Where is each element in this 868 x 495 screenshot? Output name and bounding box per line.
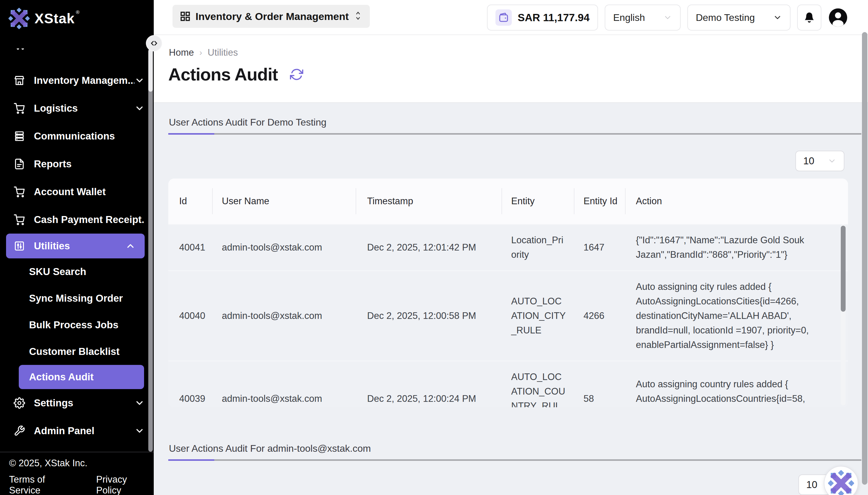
sliders-icon xyxy=(13,240,25,252)
page-header-band: Home › Utilities Actions Audit xyxy=(154,35,868,103)
sidebar-footer: © 2025, XStak Inc. Terms of Service Priv… xyxy=(0,452,154,495)
cell-id: 40039 xyxy=(168,392,212,406)
tab-demo-testing[interactable]: User Actions Audit For Demo Testing xyxy=(169,117,326,128)
chevron-down-icon xyxy=(828,156,836,166)
table-row[interactable]: 40040admin-tools@xstak.comDec 2, 2025, 1… xyxy=(168,271,848,361)
breadcrumb-separator: › xyxy=(200,48,202,57)
tab-indicator xyxy=(168,133,861,135)
gear-icon xyxy=(13,397,25,409)
cart-icon xyxy=(13,102,25,114)
table-row[interactable]: 40041admin-tools@xstak.comDec 2, 2025, 1… xyxy=(168,224,848,271)
sidebar-item-communications[interactable]: Communications xyxy=(0,122,154,150)
app-switcher[interactable]: Inventory & Order Management xyxy=(172,5,370,28)
wallet-balance-button[interactable]: SAR 11,177.94 xyxy=(487,4,598,31)
cell-entity: AUTO_LOCATION_COUNTRY_RULE xyxy=(501,370,574,407)
cell-action: {"Id":"1647","Name":"Lazurde Gold Souk J… xyxy=(625,233,848,262)
sidebar-item-account-wallet[interactable]: Account Wallet xyxy=(0,178,154,206)
language-select[interactable]: English xyxy=(605,4,681,31)
tab-admin-tools[interactable]: User Actions Audit For admin-tools@xstak… xyxy=(169,443,371,454)
sidebar-item-customer-blacklist[interactable]: Customer Blacklist xyxy=(0,338,154,365)
cell-timestamp: Dec 2, 2025, 12:01:42 PM xyxy=(356,240,501,255)
cart-icon xyxy=(13,48,25,50)
table-header-row: IdUser NameTimestampEntityEntity IdActio… xyxy=(168,178,848,224)
table-scrollbar-thumb[interactable] xyxy=(841,226,846,312)
sidebar-item-orders[interactable]: Orders xyxy=(0,48,154,58)
cell-user-name: admin-tools@xstak.com xyxy=(212,240,356,255)
sidebar-item-utilities[interactable]: Utilities xyxy=(6,234,145,258)
cell-entity-id: 4266 xyxy=(574,309,625,323)
chevron-down-icon xyxy=(134,103,145,114)
sidebar-item-label: Customer Blacklist xyxy=(29,346,120,357)
sidebar-scrollbar-thumb[interactable] xyxy=(148,49,153,92)
breadcrumb: Home › Utilities xyxy=(169,47,238,58)
language-select-value: English xyxy=(613,12,645,23)
sidebar-item-label: Reports xyxy=(34,158,145,170)
sidebar-item-label: Actions Audit xyxy=(29,371,93,383)
refresh-icon xyxy=(290,68,303,81)
app-screen: XStak ® OrdersInventory Managem...Logist… xyxy=(0,0,868,495)
chevron-up-icon xyxy=(125,241,136,251)
notifications-button[interactable] xyxy=(797,4,821,31)
account-select[interactable]: Demo Testing xyxy=(687,4,790,31)
cart-icon xyxy=(13,186,25,198)
sidebar-scrollbar-track[interactable] xyxy=(148,48,153,452)
sidebar-item-label: Sync Missing Order xyxy=(29,293,123,304)
sidebar-item-settings[interactable]: Settings xyxy=(0,389,154,417)
sidebar-item-label: Settings xyxy=(34,397,134,409)
app-switcher-label: Inventory & Order Management xyxy=(195,11,348,22)
copyright-text: © 2025, XStak Inc. xyxy=(9,458,145,469)
table-row[interactable]: 40039admin-tools@xstak.comDec 2, 2025, 1… xyxy=(168,361,848,407)
user-avatar[interactable] xyxy=(828,7,848,28)
column-header-entity-id: Entity Id xyxy=(574,178,625,224)
tab-indicator xyxy=(168,459,861,461)
collapse-icon xyxy=(150,39,158,48)
wallet-amount: SAR 11,177.94 xyxy=(518,12,590,23)
sidebar-item-label: Inventory Managem... xyxy=(34,75,134,86)
terms-of-service-link[interactable]: Terms of Service xyxy=(9,474,67,495)
page-size-select-1[interactable]: 10 xyxy=(795,151,845,171)
bell-icon xyxy=(803,12,815,23)
privacy-policy-link[interactable]: Privacy Policy xyxy=(96,474,145,495)
grid-icon xyxy=(180,11,191,22)
cell-entity: AUTO_LOCATION_CITY_RULE xyxy=(501,294,574,338)
sidebar-item-bulk-process-jobs[interactable]: Bulk Process Jobs xyxy=(0,312,154,338)
cell-timestamp: Dec 2, 2025, 12:00:58 PM xyxy=(356,309,501,323)
sidebar-item-reports[interactable]: Reports xyxy=(0,150,154,178)
column-header-entity: Entity xyxy=(501,178,574,224)
sidebar-item-logistics[interactable]: Logistics xyxy=(0,95,154,122)
chevron-down-icon xyxy=(134,426,145,436)
cell-entity-id: 58 xyxy=(574,392,625,406)
xstak-logo-icon xyxy=(828,470,854,495)
sidebar-item-inventory-managem[interactable]: Inventory Managem... xyxy=(0,67,154,95)
sidebar-item-actions-audit[interactable]: Actions Audit xyxy=(19,365,144,389)
sidebar-collapse-button[interactable] xyxy=(147,36,161,51)
sidebar-item-label: Cash Payment Receipt... xyxy=(34,214,145,225)
wallet-icon xyxy=(495,10,512,26)
page-scrollbar-thumb[interactable] xyxy=(862,32,867,485)
column-header-user-name: User Name xyxy=(212,178,356,224)
cell-user-name: admin-tools@xstak.com xyxy=(212,392,356,406)
xstak-widget-badge[interactable] xyxy=(824,466,858,495)
updown-chevron-icon xyxy=(354,10,362,23)
refresh-button[interactable] xyxy=(290,68,303,81)
sidebar-item-sync-missing-order[interactable]: Sync Missing Order xyxy=(0,285,154,312)
page-size-value: 10 xyxy=(803,155,828,167)
xstak-logo-icon xyxy=(8,8,30,29)
cell-user-name: admin-tools@xstak.com xyxy=(212,309,356,323)
page-title: Actions Audit xyxy=(168,64,278,84)
sidebar-item-cash-payment-receipt[interactable]: Cash Payment Receipt... xyxy=(0,206,154,234)
brand: XStak ® xyxy=(8,8,80,29)
sidebar-item-sku-search[interactable]: SKU Search xyxy=(0,258,154,285)
sidebar-item-label: Logistics xyxy=(34,103,134,114)
sidebar-item-label: Utilities xyxy=(34,240,125,252)
wrench-icon xyxy=(13,425,25,437)
account-select-value: Demo Testing xyxy=(696,12,755,23)
sidebar-item-admin-panel[interactable]: Admin Panel xyxy=(0,417,154,445)
sidebar: XStak ® OrdersInventory Managem...Logist… xyxy=(0,0,154,495)
sidebar-item-label: Communications xyxy=(34,131,145,142)
chevron-down-icon xyxy=(773,13,782,22)
cell-timestamp: Dec 2, 2025, 12:00:24 PM xyxy=(356,392,501,406)
chevron-down-icon xyxy=(134,398,145,408)
sidebar-item-label: Account Wallet xyxy=(34,186,145,198)
breadcrumb-home[interactable]: Home xyxy=(169,47,194,58)
